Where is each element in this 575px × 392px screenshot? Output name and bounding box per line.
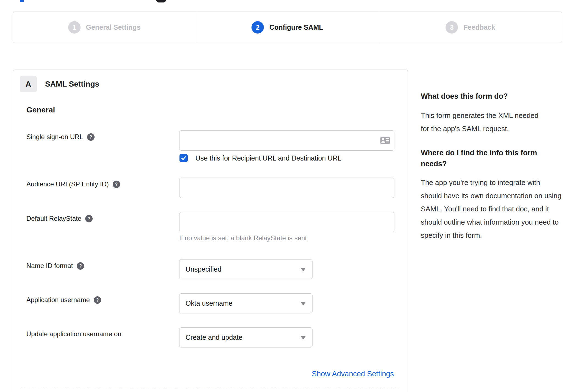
update-app-username-label: Update application username on <box>26 330 121 338</box>
section-dashed-divider <box>21 389 400 389</box>
recipient-url-checkbox-row: Use this for Recipient URL and Destinati… <box>179 154 341 162</box>
sidebar-paragraph-where: The app you're trying to integrate with … <box>421 176 562 242</box>
application-username-selected-value: Okta username <box>186 299 233 307</box>
help-icon[interactable]: ? <box>94 296 101 304</box>
sso-url-input-wrap <box>179 130 394 151</box>
field-row-sso-url: Single sign-on URL ? <box>26 130 407 151</box>
checkmark-icon <box>181 155 187 161</box>
step-feedback[interactable]: 3 Feedback <box>379 12 562 43</box>
section-a-badge: A <box>20 76 37 92</box>
chevron-down-icon <box>301 268 306 271</box>
field-label-group: Name ID format ? <box>26 262 84 270</box>
sidebar-heading-what: What does this form do? <box>421 91 562 102</box>
name-id-format-select[interactable]: Unspecified <box>179 259 313 279</box>
field-row-application-username: Application username ? Okta username <box>26 293 407 313</box>
wizard-stepper: 1 General Settings 2 Configure SAML 3 Fe… <box>13 12 562 43</box>
field-row-audience-uri: Audience URI (SP Entity ID) ? <box>26 178 407 198</box>
field-label-group: Update application username on <box>26 330 121 338</box>
help-icon[interactable]: ? <box>77 262 84 270</box>
field-row-update-app-username: Update application username on Create an… <box>26 327 407 347</box>
audience-uri-input-wrap <box>179 178 394 198</box>
audience-uri-label: Audience URI (SP Entity ID) <box>26 180 109 188</box>
default-relaystate-label: Default RelayState <box>26 215 81 222</box>
field-label-group: Default RelayState ? <box>26 215 93 222</box>
relaystate-hint-text: If no value is set, a blank RelayState i… <box>179 234 307 242</box>
update-app-username-select[interactable]: Create and update <box>179 327 313 347</box>
field-label-group: Single sign-on URL ? <box>26 133 95 141</box>
field-row-name-id-format: Name ID format ? Unspecified <box>26 259 407 279</box>
update-app-username-selected-value: Create and update <box>186 333 242 341</box>
step-number-badge: 3 <box>446 21 458 34</box>
step-label: Feedback <box>463 23 495 31</box>
sidebar-paragraph-what: This form generates the XML needed for t… <box>421 109 546 135</box>
application-username-select[interactable]: Okta username <box>179 293 313 313</box>
recipient-url-checkbox-label: Use this for Recipient URL and Destinati… <box>195 154 341 162</box>
step-configure-saml[interactable]: 2 Configure SAML <box>196 12 379 43</box>
chevron-down-icon <box>301 336 306 339</box>
contact-card-icon <box>380 136 390 145</box>
field-label-group: Application username ? <box>26 296 101 304</box>
sso-url-input[interactable] <box>179 130 394 151</box>
saml-config-screen: 1 General Settings 2 Configure SAML 3 Fe… <box>0 0 575 392</box>
name-id-format-selected-value: Unspecified <box>186 265 222 273</box>
sidebar-heading-where: Where do I find the info this form needs… <box>421 147 558 169</box>
show-advanced-settings-link[interactable]: Show Advanced Settings <box>312 370 394 378</box>
default-relaystate-input[interactable] <box>179 212 394 232</box>
application-username-label: Application username <box>26 296 90 304</box>
help-icon[interactable]: ? <box>85 215 93 222</box>
step-number-badge: 1 <box>68 21 81 34</box>
cropped-logo-fragment <box>156 0 166 2</box>
help-icon[interactable]: ? <box>87 133 95 141</box>
sso-url-label: Single sign-on URL <box>26 133 83 141</box>
step-general-settings[interactable]: 1 General Settings <box>13 12 196 43</box>
help-sidebar: What does this form do? This form genera… <box>421 91 562 242</box>
general-group-title: General <box>26 106 55 114</box>
step-label: Configure SAML <box>269 23 323 31</box>
saml-settings-panel: A SAML Settings General Single sign-on U… <box>13 70 408 392</box>
field-label-group: Audience URI (SP Entity ID) ? <box>26 180 120 188</box>
name-id-format-label: Name ID format <box>26 262 73 270</box>
audience-uri-input[interactable] <box>179 178 394 198</box>
chevron-down-icon <box>301 302 306 305</box>
default-relaystate-input-wrap <box>179 212 394 232</box>
cropped-accent-fragment <box>20 0 24 2</box>
recipient-url-checkbox[interactable] <box>179 154 188 162</box>
section-title: SAML Settings <box>45 76 99 92</box>
step-number-badge: 2 <box>251 21 264 34</box>
help-icon[interactable]: ? <box>113 181 120 188</box>
step-label: General Settings <box>86 23 141 31</box>
field-row-default-relaystate: Default RelayState ? <box>26 212 407 232</box>
